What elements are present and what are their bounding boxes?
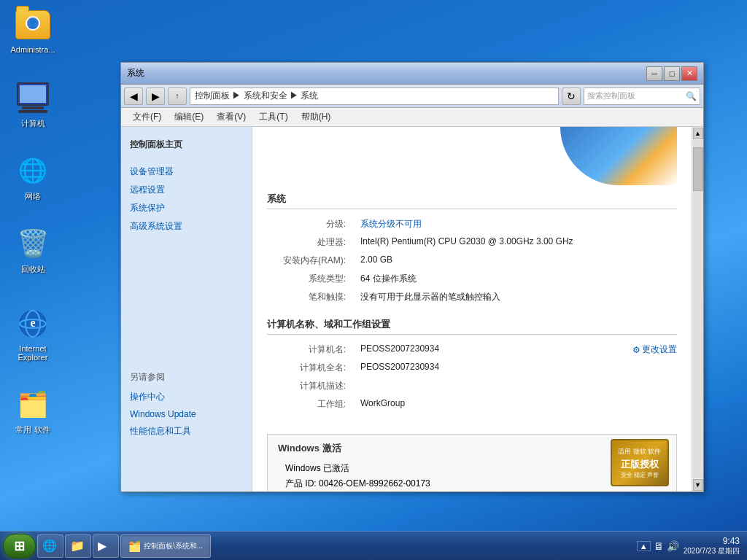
sidebar-remote[interactable]: 远程设置 — [121, 181, 252, 199]
sidebar-device-manager[interactable]: 设备管理器 — [121, 163, 252, 181]
table-row: 工作组: WorkGroup — [267, 395, 445, 413]
address-path[interactable]: 控制面板 ▶ 系统和安全 ▶ 系统 — [190, 88, 559, 105]
activation-title: Windows 激活 — [278, 442, 666, 458]
activation-badge: 适用 微软 软件 正版授权 安全 稳定 声誉 — [611, 439, 669, 486]
titlebar: 系统 ─ □ ✕ — [121, 63, 703, 85]
taskbar-ie-button[interactable]: 🌐 — [37, 534, 63, 558]
field-label-compdesc: 计算机描述: — [267, 377, 355, 395]
table-row: 计算机全名: PEOSS2007230934 — [267, 359, 445, 377]
forward-button[interactable]: ▶ — [146, 88, 165, 105]
search-box[interactable]: 搜索控制面板 🔍 — [584, 88, 700, 105]
change-settings-label: 更改设置 — [642, 343, 677, 356]
sidebar-action-center[interactable]: 操作中心 — [121, 388, 252, 406]
menu-view[interactable]: 查看(V) — [211, 109, 252, 125]
desktop-icon-ie[interactable]: e Internet Explorer — [4, 306, 62, 362]
clock[interactable]: 9:43 2020/7/23 星期四 — [684, 536, 740, 556]
badge-top-text: 适用 微软 软件 — [618, 447, 661, 456]
addressbar: ◀ ▶ ↑ 控制面板 ▶ 系统和安全 ▶ 系统 ↻ 搜索控制面板 🔍 — [121, 85, 703, 108]
windows-logo-area — [267, 127, 677, 185]
scroll-up[interactable]: ▲ — [693, 128, 703, 139]
table-row: 笔和触摸: 没有可用于此显示器的笔或触控输入 — [267, 288, 677, 306]
network-icon: 🌐 — [15, 153, 50, 188]
media-taskbar-icon: ▶ — [98, 539, 107, 553]
maximize-button[interactable]: □ — [664, 66, 680, 81]
tray-show-hidden[interactable]: ▲ — [637, 541, 651, 551]
controlpanel-task-label: 控制面板\系统和... — [144, 541, 203, 551]
field-label-systype: 系统类型: — [267, 270, 355, 288]
clock-time: 9:43 — [684, 536, 740, 546]
menu-tools[interactable]: 工具(T) — [253, 109, 293, 125]
table-row: 系统类型: 64 位操作系统 — [267, 270, 677, 288]
up-button[interactable]: ↑ — [168, 88, 187, 105]
menu-edit[interactable]: 编辑(E) — [169, 109, 209, 125]
table-row: 安装内存(RAM): 2.00 GB — [267, 252, 677, 270]
network-tray-icon[interactable]: 🖥 — [654, 540, 664, 552]
desktop-icon-software[interactable]: 🗂️ 常用 软件 — [4, 386, 62, 435]
search-placeholder: 搜索控制面板 — [587, 90, 635, 101]
taskbar-controlpanel-button[interactable]: 🗂️ 控制面板\系统和... — [120, 534, 211, 558]
desktop: 👤 Administra... 计算机 🌐 网络 🗑️ 回收站 — [0, 0, 747, 560]
system-tray: ▲ 🖥 🔊 9:43 2020/7/23 星期四 — [637, 536, 744, 556]
field-value-compname: PEOSS2007230934 — [355, 341, 445, 359]
scroll-thumb[interactable] — [693, 147, 703, 191]
scroll-down[interactable]: ▼ — [693, 479, 703, 491]
volume-tray-icon[interactable]: 🔊 — [667, 540, 679, 552]
software-icon: 🗂️ — [15, 386, 50, 421]
taskbar: ⊞ 🌐 📁 ▶ 🗂️ 控制面板\系统和... ▲ 🖥 🔊 9:43 20 — [0, 531, 747, 560]
window-content: 控制面板主页 设备管理器 远程设置 系统保护 高级系统设置 另请参阅 操作中心 … — [121, 127, 703, 491]
back-button[interactable]: ◀ — [124, 88, 143, 105]
close-button[interactable]: ✕ — [681, 66, 697, 81]
computer-icon — [15, 80, 50, 115]
start-button[interactable]: ⊞ — [3, 534, 36, 559]
field-label-compfull: 计算机全名: — [267, 359, 355, 377]
computer-info-table: 计算机名: PEOSS2007230934 计算机全名: PEOSS200723… — [267, 341, 445, 413]
menu-help[interactable]: 帮助(H) — [295, 109, 337, 125]
ie-taskbar-icon: 🌐 — [42, 539, 57, 553]
desktop-icon-recycle[interactable]: 🗑️ 回收站 — [4, 226, 62, 275]
taskbar-explorer-button[interactable]: 📁 — [65, 534, 91, 558]
ie-icon-label: Internet Explorer — [4, 344, 62, 362]
badge-sub-text: 安全 稳定 声誉 — [621, 471, 659, 479]
sidebar-advanced[interactable]: 高级系统设置 — [121, 217, 252, 236]
menu-file[interactable]: 文件(F) — [127, 109, 167, 125]
svg-text:e: e — [30, 316, 35, 329]
system-section-title: 系统 — [267, 192, 677, 209]
sidebar-windows-update[interactable]: Windows Update — [121, 406, 252, 422]
sidebar-performance[interactable]: 性能信息和工具 — [121, 422, 252, 440]
table-row: 分级: 系统分级不可用 — [267, 215, 677, 233]
table-row: 处理器: Intel(R) Pentium(R) CPU G2030 @ 3.0… — [267, 233, 677, 252]
desktop-icon-admin[interactable]: 👤 Administra... — [4, 7, 62, 54]
desktop-icon-computer[interactable]: 计算机 — [4, 80, 62, 129]
badge-main-text: 正版授权 — [621, 458, 659, 471]
sidebar-protection[interactable]: 系统保护 — [121, 199, 252, 217]
rating-link[interactable]: 系统分级不可用 — [360, 219, 422, 229]
window-title: 系统 — [127, 67, 646, 79]
field-value-cpu: Intel(R) Pentium(R) CPU G2030 @ 3.00GHz … — [355, 233, 677, 252]
main-content: 系统 分级: 系统分级不可用 处理器: Intel(R) Pentium(R) … — [252, 127, 692, 491]
field-label-workgroup: 工作组: — [267, 395, 355, 413]
recycle-icon-label: 回收站 — [21, 264, 45, 275]
minimize-button[interactable]: ─ — [646, 66, 662, 81]
gear-icon: ⚙ — [632, 345, 640, 355]
also-see-header: 另请参阅 — [121, 367, 252, 388]
computer-icon-label: 计算机 — [21, 118, 45, 129]
clock-date: 2020/7/23 星期四 — [684, 546, 740, 556]
change-settings-link[interactable]: ⚙ 更改设置 — [632, 343, 677, 356]
recycle-icon: 🗑️ — [15, 226, 50, 261]
taskbar-media-button[interactable]: ▶ — [93, 534, 119, 558]
admin-icon-label: Administra... — [10, 45, 55, 54]
refresh-button[interactable]: ↻ — [562, 88, 581, 105]
scrollbar[interactable]: ▲ ▼ — [692, 127, 703, 491]
field-label-ram: 安装内存(RAM): — [267, 252, 355, 270]
windows-orb-icon: ⊞ — [14, 538, 25, 554]
field-value-systype: 64 位操作系统 — [355, 270, 677, 288]
field-value-ram: 2.00 GB — [355, 252, 677, 270]
desktop-icon-network[interactable]: 🌐 网络 — [4, 153, 62, 202]
field-value-compfull: PEOSS2007230934 — [355, 359, 445, 377]
field-label-touch: 笔和触摸: — [267, 288, 355, 306]
field-value-workgroup: WorkGroup — [355, 395, 445, 413]
field-value-rating: 系统分级不可用 — [355, 215, 677, 233]
scroll-track — [693, 140, 703, 478]
search-icon[interactable]: 🔍 — [686, 91, 697, 101]
explorer-taskbar-icon: 📁 — [70, 539, 85, 553]
